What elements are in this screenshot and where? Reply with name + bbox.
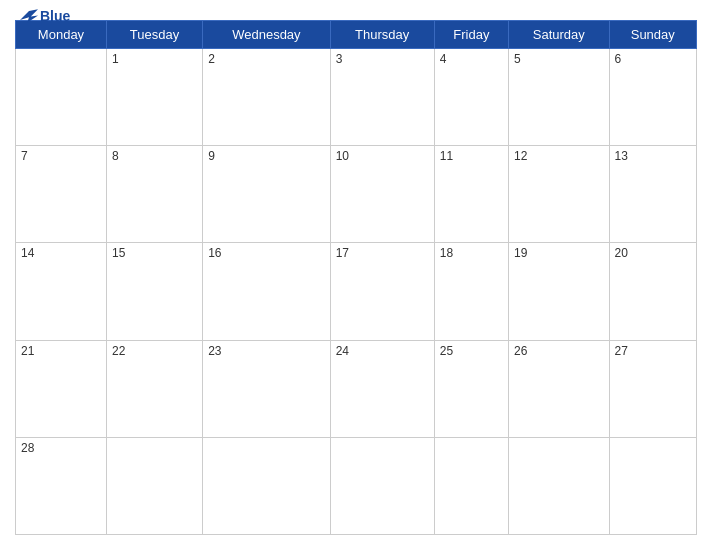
logo-blue-container: Blue bbox=[20, 8, 70, 24]
cell-w4-d1 bbox=[106, 437, 202, 534]
cell-w1-d5: 12 bbox=[509, 146, 610, 243]
day-number: 12 bbox=[514, 149, 527, 163]
day-number: 14 bbox=[21, 246, 34, 260]
cell-w0-d1: 1 bbox=[106, 49, 202, 146]
cell-w4-d3 bbox=[330, 437, 434, 534]
day-number: 7 bbox=[21, 149, 28, 163]
week-row-2: 14151617181920 bbox=[16, 243, 697, 340]
cell-w2-d6: 20 bbox=[609, 243, 696, 340]
day-number: 22 bbox=[112, 344, 125, 358]
cell-w3-d5: 26 bbox=[509, 340, 610, 437]
cell-w1-d3: 10 bbox=[330, 146, 434, 243]
cell-w4-d6 bbox=[609, 437, 696, 534]
day-header-tuesday: Tuesday bbox=[106, 21, 202, 49]
week-row-1: 78910111213 bbox=[16, 146, 697, 243]
day-number: 23 bbox=[208, 344, 221, 358]
cell-w0-d5: 5 bbox=[509, 49, 610, 146]
calendar-table: MondayTuesdayWednesdayThursdayFridaySatu… bbox=[15, 20, 697, 535]
day-number: 28 bbox=[21, 441, 34, 455]
day-number: 11 bbox=[440, 149, 453, 163]
cell-w3-d1: 22 bbox=[106, 340, 202, 437]
day-header-friday: Friday bbox=[434, 21, 508, 49]
week-row-4: 28 bbox=[16, 437, 697, 534]
cell-w2-d0: 14 bbox=[16, 243, 107, 340]
day-number: 24 bbox=[336, 344, 349, 358]
calendar-page: Blue MondayTuesdayWednesdayThursdayFrida… bbox=[0, 0, 712, 550]
cell-w4-d5 bbox=[509, 437, 610, 534]
day-header-wednesday: Wednesday bbox=[203, 21, 330, 49]
cell-w3-d3: 24 bbox=[330, 340, 434, 437]
cell-w2-d3: 17 bbox=[330, 243, 434, 340]
cell-w2-d1: 15 bbox=[106, 243, 202, 340]
calendar-header: Blue bbox=[0, 0, 712, 20]
cell-w0-d3: 3 bbox=[330, 49, 434, 146]
svg-marker-0 bbox=[20, 9, 38, 23]
cell-w1-d0: 7 bbox=[16, 146, 107, 243]
logo-blue-text: Blue bbox=[40, 8, 70, 24]
day-number: 2 bbox=[208, 52, 215, 66]
day-header-saturday: Saturday bbox=[509, 21, 610, 49]
cell-w4-d4 bbox=[434, 437, 508, 534]
cell-w3-d2: 23 bbox=[203, 340, 330, 437]
day-number: 18 bbox=[440, 246, 453, 260]
day-header-sunday: Sunday bbox=[609, 21, 696, 49]
cell-w1-d4: 11 bbox=[434, 146, 508, 243]
day-headers-row: MondayTuesdayWednesdayThursdayFridaySatu… bbox=[16, 21, 697, 49]
cell-w3-d6: 27 bbox=[609, 340, 696, 437]
day-number: 20 bbox=[615, 246, 628, 260]
cell-w4-d2 bbox=[203, 437, 330, 534]
calendar-body: MondayTuesdayWednesdayThursdayFridaySatu… bbox=[0, 20, 712, 550]
day-number: 6 bbox=[615, 52, 622, 66]
cell-w2-d4: 18 bbox=[434, 243, 508, 340]
day-number: 16 bbox=[208, 246, 221, 260]
day-header-monday: Monday bbox=[16, 21, 107, 49]
cell-w1-d1: 8 bbox=[106, 146, 202, 243]
day-number: 19 bbox=[514, 246, 527, 260]
day-number: 26 bbox=[514, 344, 527, 358]
cell-w0-d6: 6 bbox=[609, 49, 696, 146]
day-number: 13 bbox=[615, 149, 628, 163]
day-number: 17 bbox=[336, 246, 349, 260]
day-number: 21 bbox=[21, 344, 34, 358]
cell-w0-d0 bbox=[16, 49, 107, 146]
day-number: 10 bbox=[336, 149, 349, 163]
week-row-0: 123456 bbox=[16, 49, 697, 146]
cell-w1-d2: 9 bbox=[203, 146, 330, 243]
day-number: 5 bbox=[514, 52, 521, 66]
day-number: 15 bbox=[112, 246, 125, 260]
week-row-3: 21222324252627 bbox=[16, 340, 697, 437]
day-number: 25 bbox=[440, 344, 453, 358]
day-number: 8 bbox=[112, 149, 119, 163]
day-number: 4 bbox=[440, 52, 447, 66]
cell-w2-d5: 19 bbox=[509, 243, 610, 340]
logo: Blue bbox=[20, 8, 70, 24]
day-number: 27 bbox=[615, 344, 628, 358]
cell-w2-d2: 16 bbox=[203, 243, 330, 340]
cell-w0-d4: 4 bbox=[434, 49, 508, 146]
day-number: 3 bbox=[336, 52, 343, 66]
cell-w4-d0: 28 bbox=[16, 437, 107, 534]
day-number: 1 bbox=[112, 52, 119, 66]
day-header-thursday: Thursday bbox=[330, 21, 434, 49]
cell-w1-d6: 13 bbox=[609, 146, 696, 243]
cell-w0-d2: 2 bbox=[203, 49, 330, 146]
logo-bird-icon bbox=[20, 9, 38, 23]
cell-w3-d0: 21 bbox=[16, 340, 107, 437]
day-number: 9 bbox=[208, 149, 215, 163]
cell-w3-d4: 25 bbox=[434, 340, 508, 437]
